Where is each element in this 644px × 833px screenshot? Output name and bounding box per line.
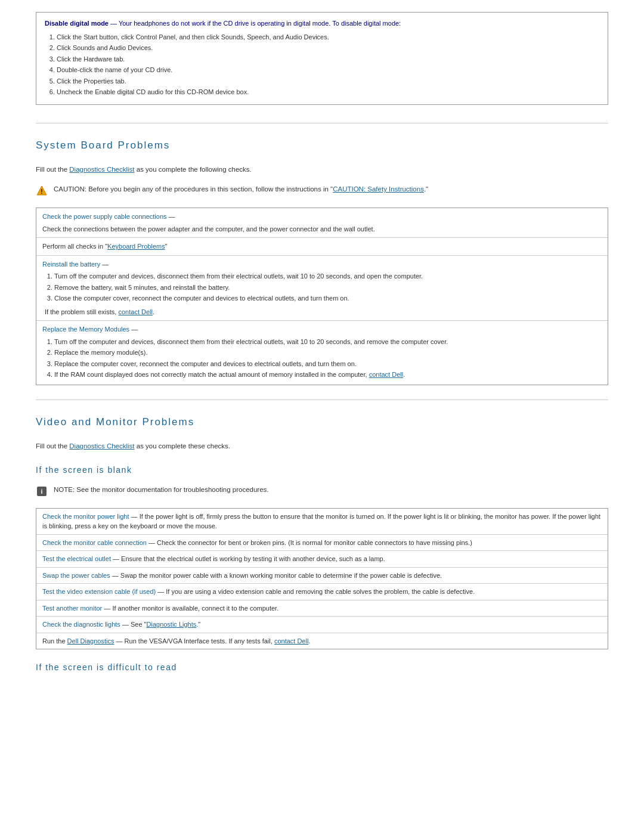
diagnostic-lights-row: Check the diagnostic lights — See "Diagn… (36, 617, 608, 633)
diag-lights-link-suffix: ." (196, 621, 200, 628)
step4-suffix: . (403, 371, 405, 378)
list-item: Double-click the name of your CD drive. (57, 65, 599, 75)
system-board-intro: Fill out the Diagnostics Checklist as yo… (36, 165, 608, 175)
info-box-title: Disable digital mode — Your headphones d… (45, 18, 599, 29)
keyboard-row-prefix: Perform all checks in " (42, 243, 107, 250)
replace-memory-title: Replace the Memory Modules — (42, 324, 602, 335)
keyboard-row-suffix: " (165, 243, 168, 250)
system-board-action-table: Check the power supply cable connections… (36, 208, 608, 385)
note-text: NOTE: See the monitor documentation for … (54, 485, 269, 495)
swap-cables-row: Swap the power cables — Swap the monitor… (36, 568, 608, 584)
list-item: Close the computer cover, reconnect the … (54, 293, 602, 304)
blank-screen-heading: If the screen is blank (36, 464, 608, 476)
svg-text:!: ! (41, 188, 42, 195)
swap-cables-title: Swap the power cables (42, 572, 110, 579)
power-supply-row: Check the power supply cable connections… (36, 208, 608, 238)
caution-safety-link[interactable]: CAUTION: Safety Instructions (333, 185, 424, 193)
video-intro-suffix: as you complete these checks. (137, 442, 230, 450)
test-another-suffix: — If another monitor is available, conne… (102, 605, 278, 612)
replace-memory-title-text: Replace the Memory Modules (42, 326, 129, 333)
note-block: i NOTE: See the monitor documentation fo… (36, 485, 608, 497)
info-box-title-suffix: — Your headphones do not work if the CD … (109, 20, 401, 27)
list-item: Uncheck the Enable digital CD audio for … (57, 87, 599, 97)
power-supply-dash: — (167, 213, 175, 220)
note-icon: i (36, 485, 48, 497)
video-extension-row: Test the video extension cable (if used)… (36, 584, 608, 600)
list-item: Click the Hardware tab. (57, 54, 599, 64)
swap-cables-suffix: — Swap the monitor power cable with a kn… (110, 572, 442, 579)
diag-lights-title: Check the diagnostic lights (42, 621, 120, 628)
replace-memory-row: Replace the Memory Modules — Turn off th… (36, 321, 608, 385)
intro-text-prefix: Fill out the (36, 166, 67, 173)
list-item: Click Sounds and Audio Devices. (57, 43, 599, 53)
diagnostic-lights-link[interactable]: Diagnostic Lights (147, 621, 197, 628)
divider-1 (36, 123, 608, 123)
keyboard-problems-link[interactable]: Keyboard Problems (107, 243, 165, 250)
keyboard-problems-row: Perform all checks in "Keyboard Problems… (36, 238, 608, 256)
caution-suffix: ." (424, 185, 428, 193)
power-supply-title: Check the power supply cable connections… (42, 212, 602, 222)
diag-lights-suffix: — See " (120, 621, 147, 628)
info-box-title-text: Disable digital mode (45, 20, 109, 27)
reinstall-note-text: If the problem still exists, (45, 308, 116, 315)
reinstall-battery-row: Reinstall the battery — Turn off the com… (36, 256, 608, 321)
system-board-heading: System Board Problems (36, 138, 608, 153)
replace-memory-steps: Turn off the computer and devices, disco… (54, 337, 602, 380)
divider-2 (36, 400, 608, 400)
video-intro-prefix: Fill out the (36, 442, 67, 450)
video-monitor-heading: Video and Monitor Problems (36, 414, 608, 430)
diagnostics-checklist-link[interactable]: Diagnostics Checklist (69, 166, 134, 173)
dell-diag-suffix: — Run the VESA/VGA Interface tests. If a… (116, 637, 273, 645)
reinstall-title-text: Reinstall the battery (42, 261, 100, 268)
video-action-table: Check the monitor power light — If the p… (36, 508, 608, 650)
dell-diagnostics-link[interactable]: Dell Diagnostics (67, 637, 114, 645)
intro-text-suffix: as you complete the following checks. (137, 166, 252, 173)
power-supply-title-text: Check the power supply cable connections (42, 213, 167, 220)
list-item: Turn off the computer and devices, disco… (54, 337, 602, 347)
video-extension-title: Test the video extension cable (if used) (42, 588, 156, 595)
step4-prefix: If the RAM count displayed does not corr… (54, 371, 367, 378)
caution-prefix: CAUTION: Before you begin any of the pro… (54, 185, 333, 193)
dell-diagnostics-row: Run the Dell Diagnostics — Run the VESA/… (36, 633, 608, 649)
reinstall-dash: — (100, 261, 109, 268)
monitor-cable-row: Check the monitor cable connection — Che… (36, 535, 608, 552)
power-supply-body: Check the connections between the power … (42, 224, 602, 234)
info-box-steps: Click the Start button, click Control Pa… (57, 32, 599, 97)
contact-dell-link-3[interactable]: contact Dell (274, 637, 308, 645)
reinstall-steps: Turn off the computer and devices, disco… (54, 271, 602, 304)
test-electrical-title: Test the electrical outlet (42, 555, 111, 562)
test-another-monitor-row: Test another monitor — If another monito… (36, 600, 608, 617)
reinstall-note-suffix: . (153, 308, 154, 315)
contact-dell-link-1[interactable]: contact Dell (119, 308, 153, 315)
reinstall-note: If the problem still exists, contact Del… (45, 307, 602, 317)
dell-diag-prefix: Run the (42, 637, 66, 645)
monitor-power-title: Check the monitor power light (42, 513, 129, 520)
video-extension-suffix: — If you are using a video extension cab… (156, 588, 475, 595)
caution-block: ! CAUTION: Before you begin any of the p… (36, 184, 608, 197)
dell-diag-link-suffix: . (308, 637, 310, 645)
contact-dell-link-2[interactable]: contact Dell (369, 371, 403, 378)
test-electrical-suffix: — Ensure that the electrical outlet is w… (111, 555, 385, 562)
difficult-screen-heading: If the screen is difficult to read (36, 661, 608, 674)
list-item: Remove the battery, wait 5 minutes, and … (54, 283, 602, 293)
replace-memory-dash: — (129, 326, 138, 333)
caution-icon: ! (36, 185, 48, 197)
video-monitor-intro: Fill out the Diagnostics Checklist as yo… (36, 441, 608, 451)
svg-text:i: i (41, 488, 42, 495)
list-item: Replace the memory module(s). (54, 348, 602, 358)
test-another-title: Test another monitor (42, 605, 102, 612)
list-item: Click the Start button, click Control Pa… (57, 32, 599, 42)
test-electrical-row: Test the electrical outlet — Ensure that… (36, 551, 608, 568)
monitor-power-light-row: Check the monitor power light — If the p… (36, 509, 608, 535)
list-item: Click the Properties tab. (57, 76, 599, 86)
monitor-cable-title: Check the monitor cable connection (42, 539, 147, 546)
video-diagnostics-link[interactable]: Diagnostics Checklist (69, 442, 134, 450)
list-item: Turn off the computer and devices, disco… (54, 271, 602, 281)
reinstall-battery-title: Reinstall the battery — (42, 259, 602, 270)
digital-mode-info-box: Disable digital mode — Your headphones d… (36, 12, 608, 105)
list-item: If the RAM count displayed does not corr… (54, 370, 602, 380)
monitor-cable-suffix: — Check the connector for bent or broken… (147, 539, 472, 546)
list-item: Replace the computer cover, reconnect th… (54, 359, 602, 369)
caution-text: CAUTION: Before you begin any of the pro… (54, 184, 428, 194)
